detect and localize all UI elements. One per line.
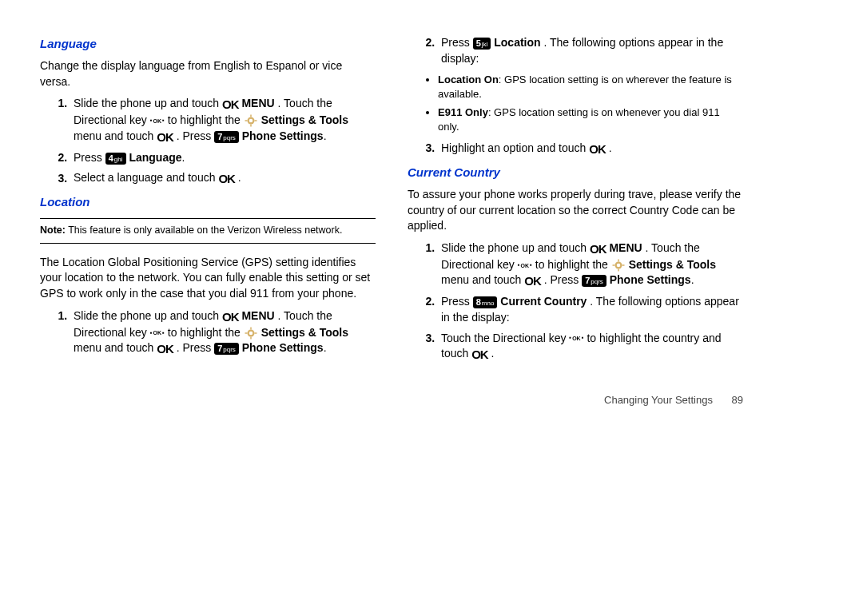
key-7-icon: 7pqrs <box>582 275 606 287</box>
location-steps-right: Press 5jkl Location . The following opti… <box>408 35 743 66</box>
language-intro: Change the display language from English… <box>40 58 376 89</box>
page-footer: Changing Your Settings 89 <box>40 393 743 407</box>
directional-key-icon: ▪OK▪ <box>569 336 583 341</box>
country-intro: To assure your phone works properly duri… <box>408 187 743 234</box>
right-column: Press 5jkl Location . The following opti… <box>408 32 743 369</box>
footer-section: Changing Your Settings <box>604 394 713 406</box>
gear-icon <box>244 326 258 340</box>
key-7-icon: 7pqrs <box>214 131 239 143</box>
svg-rect-3 <box>250 125 252 127</box>
ok-icon: OK <box>222 308 239 325</box>
language-step-2: Press 4ghi Language. <box>70 150 376 166</box>
left-column: Language Change the display language fro… <box>40 32 376 369</box>
svg-rect-8 <box>250 327 252 329</box>
key-4-icon: 4ghi <box>105 153 126 165</box>
language-step-1: Slide the phone up and touch OK MENU . T… <box>70 96 376 145</box>
svg-rect-5 <box>254 121 257 122</box>
svg-point-7 <box>249 332 253 336</box>
heading-language: Language <box>40 35 376 52</box>
svg-rect-4 <box>245 121 247 122</box>
gear-icon <box>244 113 258 128</box>
directional-key-icon: ▪OK▪ <box>150 118 165 124</box>
language-steps: Slide the phone up and touch OK MENU . T… <box>40 96 376 187</box>
location-options: Location On: GPS location setting is on … <box>408 73 743 134</box>
country-step-2: Press 8mno Current Country . The followi… <box>438 294 743 325</box>
page-number: 89 <box>732 394 743 406</box>
svg-rect-11 <box>254 332 257 334</box>
location-step-1: Slide the phone up and touch OK MENU . T… <box>70 308 376 358</box>
option-e911-only: E911 Only: GPS location setting is on wh… <box>438 105 743 134</box>
svg-rect-16 <box>612 264 614 266</box>
country-step-3: Touch the Directional key ▪OK▪ to highli… <box>438 331 743 364</box>
directional-key-icon: ▪OK▪ <box>518 263 532 268</box>
location-intro: The Location Global Positioning Service … <box>40 255 376 302</box>
svg-point-1 <box>249 119 253 123</box>
option-location-on: Location On: GPS location setting is on … <box>438 73 743 101</box>
location-steps-left: Slide the phone up and touch OK MENU . T… <box>40 308 376 358</box>
svg-rect-9 <box>250 336 252 339</box>
svg-rect-17 <box>622 264 624 266</box>
key-5-icon: 5jkl <box>473 38 491 50</box>
ok-icon: OK <box>157 129 173 145</box>
svg-point-13 <box>617 264 621 268</box>
note-box: Note: This feature is only available on … <box>40 218 376 244</box>
gear-icon <box>611 258 626 272</box>
svg-rect-10 <box>245 332 247 334</box>
location-step-3: Highlight an option and touch OK . <box>438 141 743 157</box>
key-7-icon: 7pqrs <box>214 343 239 355</box>
country-steps: Slide the phone up and touch OK MENU . T… <box>408 240 743 363</box>
language-step-3: Select a language and touch OK . <box>70 170 376 187</box>
location-steps-right-2: Highlight an option and touch OK . <box>408 141 743 157</box>
ok-icon: OK <box>157 340 173 357</box>
svg-rect-14 <box>618 260 619 262</box>
heading-location: Location <box>40 193 376 210</box>
ok-icon: OK <box>218 170 235 187</box>
ok-icon: OK <box>524 272 541 289</box>
location-step-2: Press 5jkl Location . The following opti… <box>438 35 743 66</box>
country-step-1: Slide the phone up and touch OK MENU . T… <box>438 240 743 290</box>
two-column-layout: Language Change the display language fro… <box>40 32 743 369</box>
svg-rect-15 <box>618 269 619 272</box>
ok-icon: OK <box>222 96 239 113</box>
directional-key-icon: ▪OK▪ <box>150 330 165 336</box>
ok-icon: OK <box>590 240 606 257</box>
key-8-icon: 8mno <box>473 296 498 308</box>
svg-rect-2 <box>250 115 252 117</box>
ok-icon: OK <box>471 346 488 363</box>
heading-current-country: Current Country <box>408 164 743 181</box>
ok-icon: OK <box>589 141 606 157</box>
